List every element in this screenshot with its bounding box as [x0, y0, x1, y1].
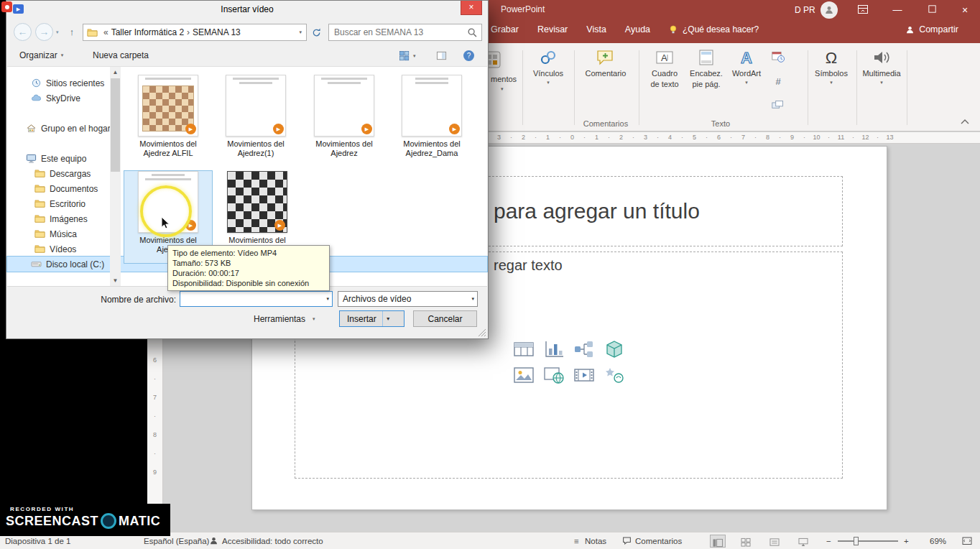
accessibility-status[interactable]: Accesibilidad: todo correcto: [222, 532, 323, 549]
tab-grabar[interactable]: Grabar: [491, 24, 519, 34]
file-item[interactable]: ▶ Movimientos delAjedrez(1): [212, 75, 300, 167]
textbox-button[interactable]: Cuadro de texto: [644, 47, 685, 89]
insert-video-icon[interactable]: [573, 366, 595, 384]
textbox-icon: [654, 47, 675, 68]
resize-grip[interactable]: [478, 328, 486, 337]
video-play-badge: ▶: [274, 220, 285, 231]
zoom-slider-track[interactable]: [838, 540, 898, 542]
insert-button[interactable]: Insertar ▼: [339, 310, 405, 327]
screen: A PowerPoint D PR —: [0, 0, 980, 549]
file-item[interactable]: ▶ Movimientos delAjedrez: [300, 75, 388, 167]
filename-label: Nombre de archivo:: [71, 295, 176, 305]
breadcrumb-segment[interactable]: Taller Informática 2: [111, 27, 184, 37]
object-button[interactable]: [770, 98, 786, 114]
forward-button[interactable]: →: [35, 23, 53, 41]
wordart-icon: A: [736, 47, 757, 68]
wordart-button[interactable]: A WordArt ▾: [727, 47, 766, 86]
insert-table-icon[interactable]: [513, 340, 535, 359]
breadcrumb-segment[interactable]: SEMANA 13: [193, 27, 241, 37]
zoom-percentage[interactable]: 69%: [930, 532, 946, 549]
new-folder-button[interactable]: Nueva carpeta: [93, 50, 149, 60]
disk-drive-icon: [31, 259, 42, 269]
combobox-dropdown-icon[interactable]: ▾: [323, 296, 332, 302]
zoom-in-button[interactable]: +: [904, 532, 909, 549]
share-person-icon: [905, 25, 915, 34]
normal-view-button[interactable]: [710, 535, 726, 548]
search-box[interactable]: [328, 24, 482, 41]
breadcrumb[interactable]: « Taller Informática 2 › SEMANA 13 ▾: [83, 24, 307, 41]
ribbon-display-options-button[interactable]: [856, 4, 869, 17]
filetype-dropdown[interactable]: Archivos de vídeo ▾: [338, 291, 478, 307]
slide-number-icon: #: [775, 76, 780, 87]
file-label: Movimientos delAjedrez ALFIL: [124, 139, 212, 158]
insert-split-dropdown-icon[interactable]: ▼: [382, 311, 394, 326]
insert-icons-icon[interactable]: [604, 366, 625, 384]
insert-picture-icon[interactable]: [513, 366, 535, 384]
insert-3d-model-icon[interactable]: [604, 340, 625, 359]
dialog-close-button[interactable]: ×: [461, 1, 482, 15]
restore-button[interactable]: [925, 4, 938, 17]
dialog-titlebar[interactable]: ▶ Insertar vídeo ×: [6, 1, 488, 19]
refresh-button[interactable]: [311, 27, 322, 38]
filename-input[interactable]: [180, 293, 323, 305]
media-button[interactable]: Multimedia ▾: [859, 47, 904, 86]
change-view-button[interactable]: ▾: [399, 50, 416, 61]
tab-revisar[interactable]: Revisar: [537, 24, 568, 34]
fit-slide-button[interactable]: [961, 535, 973, 549]
zoom-slider-thumb[interactable]: [854, 537, 859, 545]
new-comment-button[interactable]: Comentario: [584, 47, 627, 78]
notes-button[interactable]: Notas: [585, 532, 606, 549]
breadcrumb-collapsed[interactable]: «: [103, 27, 108, 37]
slide-sorter-view-button[interactable]: [740, 535, 752, 549]
preview-pane-button[interactable]: [436, 50, 447, 61]
slideshow-button[interactable]: [798, 535, 809, 549]
share-button[interactable]: Compartir: [905, 24, 958, 34]
close-button[interactable]: ×: [958, 4, 971, 17]
sidebar-scrollbar[interactable]: ▲ ▼: [110, 67, 121, 286]
dialog-title: Insertar vídeo: [6, 4, 488, 14]
file-item[interactable]: ▶ Movimientos delAjedrez ALFIL: [124, 75, 212, 167]
header-footer-button[interactable]: Encabez. pie pág.: [686, 47, 726, 89]
links-button[interactable]: Vínculos ▾: [527, 47, 569, 86]
collapse-ribbon-button[interactable]: [960, 118, 970, 125]
back-button[interactable]: ←: [14, 23, 32, 41]
account-avatar[interactable]: [820, 1, 838, 19]
symbols-button[interactable]: Ω Símbolos ▾: [810, 47, 852, 86]
history-chevron-icon[interactable]: ▾: [56, 29, 59, 35]
up-one-level-button[interactable]: ↑: [64, 24, 80, 40]
organize-menu-button[interactable]: Organizar▾: [19, 50, 63, 60]
insert-online-picture-icon[interactable]: [543, 366, 565, 384]
cancel-button[interactable]: Cancelar: [413, 310, 477, 327]
reading-view-button[interactable]: [769, 535, 780, 549]
scroll-up-icon[interactable]: ▲: [110, 67, 121, 78]
addins-button-partial[interactable]: mentos: [491, 75, 517, 83]
help-button[interactable]: ?: [463, 50, 474, 61]
slide-number-button[interactable]: #: [770, 73, 786, 89]
tab-ayuda[interactable]: Ayuda: [625, 24, 650, 34]
filename-combobox[interactable]: ▾: [180, 291, 333, 307]
zoom-out-button[interactable]: −: [826, 532, 831, 549]
date-time-button[interactable]: [770, 49, 786, 65]
file-item[interactable]: ▶ Movimientos delAjedrez_Dama: [388, 75, 476, 167]
chevron-down-icon: ▾: [830, 80, 833, 86]
tools-menu-button[interactable]: Herramientas▾: [254, 314, 315, 324]
scroll-down-icon[interactable]: ▼: [110, 275, 121, 286]
search-icon[interactable]: [467, 27, 478, 38]
minimize-button[interactable]: —: [891, 4, 904, 17]
help-icon: ?: [463, 50, 474, 61]
scrollbar-thumb[interactable]: [111, 78, 120, 172]
chevron-down-icon: ▾: [501, 86, 504, 92]
cloud-icon: [31, 93, 42, 103]
insert-chart-icon[interactable]: [543, 340, 565, 359]
tell-me-box[interactable]: ¿Qué desea hacer?: [668, 24, 759, 34]
tab-vista[interactable]: Vista: [586, 24, 606, 34]
notes-icon: ≡: [574, 532, 579, 549]
watermark-brand-right: MATIC: [119, 514, 160, 529]
lightbulb-icon: [668, 24, 678, 34]
insert-smartart-icon[interactable]: [573, 340, 595, 359]
comments-button[interactable]: Comentarios: [635, 532, 682, 549]
recorder-icon[interactable]: [1, 1, 12, 12]
search-input[interactable]: [329, 27, 467, 38]
insert-video-dialog: ▶ Insertar vídeo × ← → ▾ ↑ « Taller Info…: [6, 0, 489, 339]
breadcrumb-dropdown-icon[interactable]: ▾: [299, 29, 302, 35]
